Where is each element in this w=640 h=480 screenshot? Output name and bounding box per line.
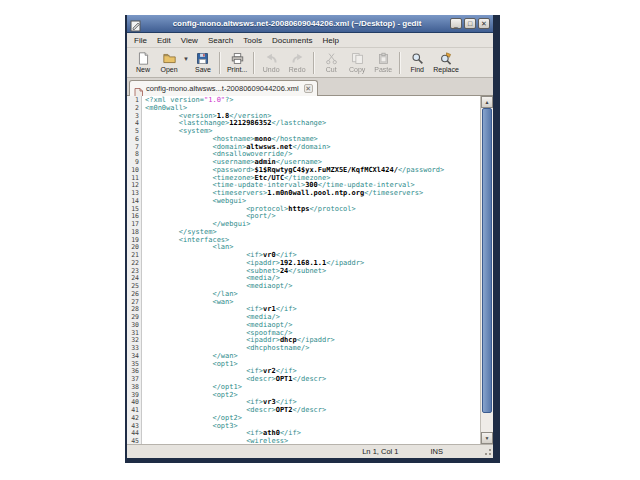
tab-label: config-mono.altwsws...t-20080609044206.x… [146, 84, 299, 93]
magnifier-icon [411, 52, 424, 65]
gedit-window-inner: config-mono.altwsws.net-20080609044206.x… [127, 15, 493, 458]
find-button[interactable]: Find [404, 51, 430, 74]
toolbar-button-label: Undo [263, 66, 280, 73]
desktop: config-mono.altwsws.net-20080609044206.x… [0, 0, 640, 480]
close-button[interactable]: ✕ [478, 18, 490, 29]
new-button[interactable]: New [130, 51, 156, 74]
toolbar-button-label: Open [160, 66, 177, 73]
menu-edit[interactable]: Edit [152, 35, 176, 46]
menu-documents[interactable]: Documents [267, 35, 317, 46]
editor-pane: 1234567891011121314151617181920212223242… [127, 96, 493, 444]
cut-button: Cut [318, 51, 344, 74]
toolbar-button-label: Print... [227, 66, 247, 73]
scissors-icon [325, 52, 338, 65]
toolbar-button-label: Save [195, 66, 211, 73]
undo-arrow-icon [265, 52, 278, 65]
menu-search[interactable]: Search [203, 35, 238, 46]
cursor-position-label: Ln 1, Col 1 [362, 447, 398, 456]
toolbar-separator [253, 52, 255, 74]
line-number-gutter: 1234567891011121314151617181920212223242… [127, 96, 142, 444]
menu-file[interactable]: File [129, 35, 152, 46]
resize-grip[interactable] [483, 447, 492, 456]
toolbar-button-label: Redo [289, 66, 306, 73]
gedit-window: config-mono.altwsws.net-20080609044206.x… [125, 15, 500, 463]
scrollbar-track[interactable] [481, 108, 493, 432]
insert-mode-label: INS [430, 447, 443, 456]
undo-button: Undo [258, 51, 284, 74]
minimize-button[interactable]: _ [450, 18, 462, 29]
text-editor-area[interactable]: <?xml version="1.0"?><m0n0wall> <version… [142, 96, 480, 444]
print-button[interactable]: Print... [224, 51, 250, 74]
scroll-down-icon[interactable]: ▼ [481, 432, 493, 444]
open-folder-icon [163, 52, 176, 65]
find-replace-icon [440, 52, 453, 65]
maximize-button[interactable]: □ [464, 18, 476, 29]
code-line: <?xml version="1.0"?> [145, 97, 480, 105]
new-document-icon [137, 52, 150, 65]
toolbar-separator [219, 52, 221, 74]
vertical-scrollbar[interactable]: ▲ ▼ [480, 96, 493, 444]
scroll-up-icon[interactable]: ▲ [481, 96, 493, 108]
paste-button: Paste [370, 51, 396, 74]
title-bar[interactable]: config-mono.altwsws.net-20080609044206.x… [127, 15, 493, 33]
toolbar-button-label: Find [410, 66, 424, 73]
toolbar: NewOpen▼SavePrint...UndoRedoCutCopyPaste… [127, 48, 493, 78]
toolbar-separator [399, 52, 401, 74]
gedit-window-icon [130, 18, 142, 30]
toolbar-button-label: Copy [349, 66, 365, 73]
replace-button[interactable]: Replace [430, 51, 462, 74]
save-floppy-icon [196, 52, 209, 65]
status-bar: Ln 1, Col 1 INS [127, 444, 493, 458]
menu-help[interactable]: Help [317, 35, 343, 46]
open-dropdown-chevron-icon[interactable]: ▼ [182, 56, 190, 62]
copy-button: Copy [344, 51, 370, 74]
clipboard-icon [377, 52, 390, 65]
toolbar-separator [313, 52, 315, 74]
tab-close-icon[interactable]: ✕ [304, 84, 313, 93]
menu-view[interactable]: View [176, 35, 203, 46]
tab-file-icon [134, 84, 143, 94]
open-button[interactable]: Open [156, 51, 182, 74]
document-tab[interactable]: config-mono.altwsws...t-20080609044206.x… [129, 80, 318, 96]
redo-arrow-icon [291, 52, 304, 65]
save-button[interactable]: Save [190, 51, 216, 74]
toolbar-button-label: Replace [433, 66, 459, 73]
toolbar-button-label: Paste [374, 66, 392, 73]
redo-button: Redo [284, 51, 310, 74]
toolbar-button-label: New [136, 66, 150, 73]
menu-tools[interactable]: Tools [238, 35, 267, 46]
window-title: config-mono.altwsws.net-20080609044206.x… [146, 19, 448, 28]
menu-bar: FileEditViewSearchToolsDocumentsHelp [127, 33, 493, 48]
toolbar-button-label: Cut [326, 66, 337, 73]
copy-pages-icon [351, 52, 364, 65]
scrollbar-thumb[interactable] [482, 108, 492, 413]
printer-icon [231, 52, 244, 65]
tab-bar: config-mono.altwsws...t-20080609044206.x… [127, 78, 493, 96]
